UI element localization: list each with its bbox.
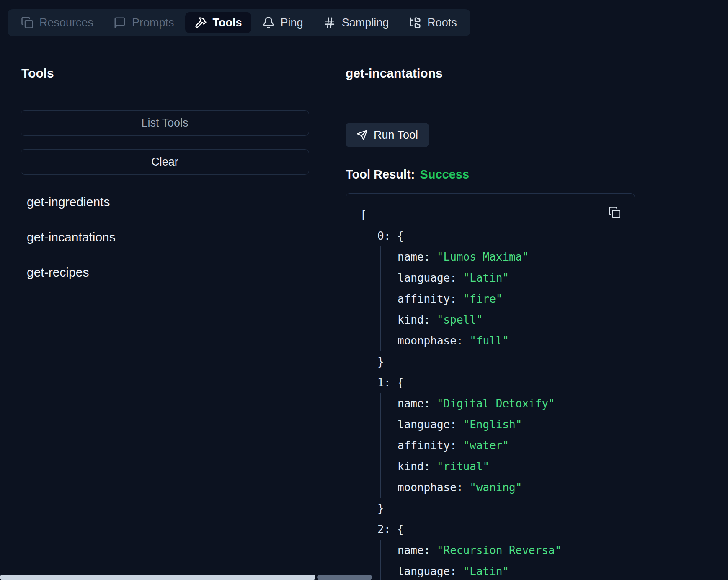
json-entry-fields: name: "Lumos Maxima"language: "Latin"aff… <box>380 246 620 351</box>
horizontal-scrollbar-thumb[interactable] <box>0 575 315 580</box>
list-tools-button[interactable]: List Tools <box>21 110 309 136</box>
horizontal-scrollbar-track[interactable] <box>317 575 372 580</box>
tab-label: Sampling <box>342 16 389 29</box>
tools-panel-title: Tools <box>21 66 327 80</box>
json-row: kind: "ritual" <box>398 456 620 477</box>
tools-panel-divider <box>8 97 321 97</box>
json-row: kind: "spell" <box>398 309 620 330</box>
run-tool-label: Run Tool <box>374 129 418 142</box>
json-row: name: "Recursion Reversa" <box>398 540 620 561</box>
json-entry: 0: {name: "Lumos Maxima"language: "Latin… <box>377 225 620 372</box>
tab-label: Prompts <box>132 16 174 29</box>
tab-resources[interactable]: Resources <box>12 12 103 33</box>
json-row: language: "Latin" <box>398 267 620 288</box>
tab-label: Tools <box>213 16 242 29</box>
json-entry: 1: {name: "Digital Detoxify"language: "E… <box>377 372 620 519</box>
tool-result-label: Tool Result: <box>346 168 415 181</box>
tool-list-item[interactable]: get-recipes <box>27 265 89 280</box>
json-entry-fields: name: "Digital Detoxify"language: "Engli… <box>380 393 620 498</box>
json-row: name: "Lumos Maxima" <box>398 246 620 267</box>
json-row: 0: { <box>377 225 620 246</box>
json-entry: 2: {name: "Recursion Reversa"language: "… <box>377 519 620 580</box>
tab-prompts[interactable]: Prompts <box>104 12 183 33</box>
json-row: [ <box>360 205 620 225</box>
app-root: Resources Prompts Tools Ping Sampling <box>0 0 728 580</box>
tab-label: Ping <box>281 16 303 29</box>
tool-list-item[interactable]: get-ingredients <box>27 195 110 209</box>
json-row: affinity: "water" <box>398 435 620 456</box>
tool-detail-panel: get-incantations Run Tool Tool Result: S… <box>333 36 728 580</box>
json-row: 2: { <box>377 519 620 540</box>
tab-sampling[interactable]: Sampling <box>314 12 398 33</box>
clear-button[interactable]: Clear <box>21 149 309 175</box>
tool-result-line: Tool Result: Success <box>346 166 728 182</box>
json-row: name: "Digital Detoxify" <box>398 393 620 414</box>
json-row: affinity: "fire" <box>398 288 620 309</box>
tool-detail-divider <box>333 97 647 97</box>
tools-panel: Tools List Tools Clear get-ingredientsge… <box>0 36 327 300</box>
tool-detail-title: get-incantations <box>346 66 728 80</box>
tool-result-box: [0: {name: "Lumos Maxima"language: "Lati… <box>346 193 635 580</box>
json-row: moonphase: "full" <box>398 330 620 351</box>
json-tree: [0: {name: "Lumos Maxima"language: "Lati… <box>360 205 620 580</box>
json-row: } <box>377 351 620 372</box>
tab-tools[interactable]: Tools <box>185 12 251 33</box>
json-row: language: "Latin" <box>398 561 620 580</box>
tools-icon <box>194 16 207 29</box>
sampling-icon <box>323 16 336 29</box>
json-row: 1: { <box>377 372 620 393</box>
tab-label: Resources <box>39 16 93 29</box>
tool-result-status: Success <box>420 168 469 181</box>
json-row: language: "English" <box>398 414 620 435</box>
copy-icon <box>609 206 621 218</box>
run-tool-button[interactable]: Run Tool <box>346 123 429 147</box>
json-row: moonphase: "waning" <box>398 477 620 498</box>
ping-icon <box>262 16 275 29</box>
tool-list-item[interactable]: get-incantations <box>27 230 116 244</box>
roots-icon <box>409 16 421 29</box>
send-icon <box>356 129 368 141</box>
tab-ping[interactable]: Ping <box>253 12 312 33</box>
tab-label: Roots <box>427 16 457 29</box>
copy-button[interactable] <box>607 205 622 220</box>
tab-bar: Resources Prompts Tools Ping Sampling <box>8 9 470 36</box>
resources-icon <box>21 16 34 29</box>
tab-roots[interactable]: Roots <box>400 12 466 33</box>
json-entry-fields: name: "Recursion Reversa"language: "Lati… <box>380 540 620 580</box>
json-row: } <box>377 498 620 519</box>
prompts-icon <box>114 16 126 29</box>
horizontal-scrollbar <box>0 575 372 580</box>
tool-list: get-ingredientsget-incantationsget-recip… <box>27 195 327 280</box>
